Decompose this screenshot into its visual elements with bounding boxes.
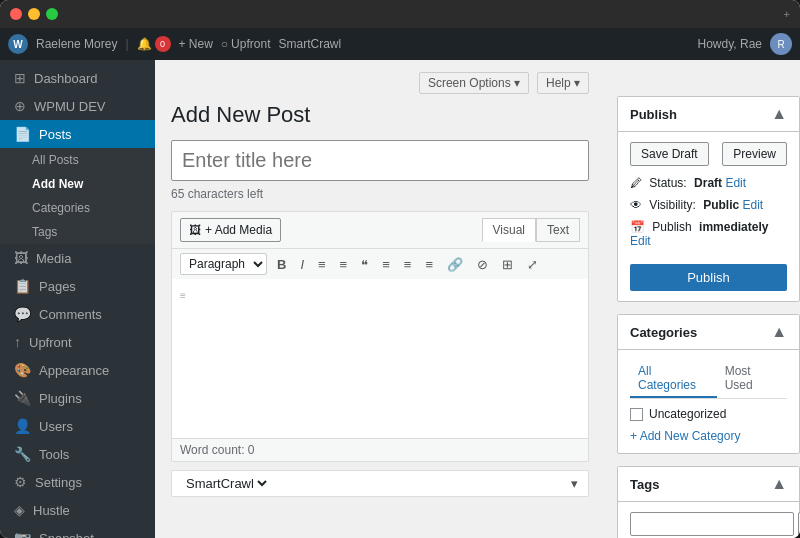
publish-toggle[interactable]: ▲ bbox=[771, 105, 787, 123]
word-count: Word count: 0 bbox=[180, 443, 254, 457]
posts-icon: 📄 bbox=[14, 126, 31, 142]
save-draft-btn[interactable]: Save Draft bbox=[630, 142, 709, 166]
close-button[interactable] bbox=[10, 8, 22, 20]
smartcrawl-bar[interactable]: SmartCrawl ▾ bbox=[171, 470, 589, 497]
minimize-button[interactable] bbox=[28, 8, 40, 20]
pages-icon: 📋 bbox=[14, 278, 31, 294]
fullscreen-btn[interactable]: ⤢ bbox=[523, 255, 542, 274]
tags-input[interactable] bbox=[630, 512, 794, 536]
category-item: Uncategorized bbox=[630, 407, 787, 421]
category-checkbox[interactable] bbox=[630, 408, 643, 421]
submenu-tags[interactable]: Tags bbox=[0, 220, 155, 244]
expand-icon[interactable]: + bbox=[784, 8, 790, 20]
avatar[interactable]: R bbox=[770, 33, 792, 55]
sidebar-item-plugins[interactable]: 🔌 Plugins bbox=[0, 384, 155, 412]
editor-toolbar: 🖼 + Add Media Visual Text bbox=[171, 211, 589, 248]
help-btn[interactable]: Help ▾ bbox=[537, 72, 589, 94]
publish-btn[interactable]: Publish bbox=[630, 264, 787, 291]
sidebar-item-dashboard[interactable]: ⊞ Dashboard bbox=[0, 64, 155, 92]
editor-format-bar: Paragraph Heading 1 Heading 2 B I ≡ ≡ ❝ … bbox=[171, 248, 589, 279]
unordered-list-btn[interactable]: ≡ bbox=[336, 255, 352, 274]
most-used-tab[interactable]: Most Used bbox=[717, 360, 787, 398]
notification-count: 0 bbox=[155, 36, 171, 52]
visual-tab[interactable]: Visual bbox=[482, 218, 536, 242]
sidebar-item-hustle[interactable]: ◈ Hustle bbox=[0, 496, 155, 524]
editor-view-btns: Visual Text bbox=[482, 218, 580, 242]
link-btn[interactable]: 🔗 bbox=[443, 255, 467, 274]
window-controls bbox=[10, 8, 58, 20]
howdy-text: Howdy, Rae bbox=[698, 37, 762, 51]
blockquote-btn[interactable]: ❝ bbox=[357, 255, 372, 274]
content-area: Screen Options ▾ Help ▾ Add New Post 65 … bbox=[155, 60, 605, 538]
titlebar: + bbox=[0, 0, 800, 28]
submenu-add-new[interactable]: Add New bbox=[0, 172, 155, 196]
site-name[interactable]: Raelene Morey bbox=[36, 37, 117, 51]
categories-metabox-header: Categories ▲ bbox=[618, 315, 799, 350]
status-edit-link[interactable]: Edit bbox=[725, 176, 746, 190]
maximize-button[interactable] bbox=[46, 8, 58, 20]
categories-toggle[interactable]: ▲ bbox=[771, 323, 787, 341]
new-btn[interactable]: + New bbox=[179, 37, 213, 51]
smartcrawl-chevron-icon: ▾ bbox=[571, 476, 578, 491]
tags-toggle[interactable]: ▲ bbox=[771, 475, 787, 493]
sidebar-item-upfront[interactable]: ↑ Upfront bbox=[0, 328, 155, 356]
publish-time: 📅 Publish immediately Edit bbox=[630, 220, 787, 248]
sidebar-item-wpmu[interactable]: ⊕ WPMU DEV bbox=[0, 92, 155, 120]
italic-btn[interactable]: I bbox=[296, 255, 308, 274]
unlink-btn[interactable]: ⊘ bbox=[473, 255, 492, 274]
tags-metabox-header: Tags ▲ bbox=[618, 467, 799, 502]
snapshot-icon: 📷 bbox=[14, 530, 31, 538]
dashboard-icon: ⊞ bbox=[14, 70, 26, 86]
category-list: Uncategorized bbox=[630, 407, 787, 421]
admin-bar: W Raelene Morey | 🔔 0 + New ○ Upfront Sm… bbox=[0, 28, 800, 60]
align-left-btn[interactable]: ≡ bbox=[378, 255, 394, 274]
editor-body[interactable]: ≡ bbox=[171, 279, 589, 439]
sidebar-item-appearance[interactable]: 🎨 Appearance bbox=[0, 356, 155, 384]
post-title-input[interactable] bbox=[171, 140, 589, 181]
wordpress-logo[interactable]: W bbox=[8, 34, 28, 54]
smartcrawl-select[interactable]: SmartCrawl bbox=[182, 475, 270, 492]
publish-actions: Save Draft Preview bbox=[630, 142, 787, 166]
sidebar-item-tools[interactable]: 🔧 Tools bbox=[0, 440, 155, 468]
upfront-btn[interactable]: ○ Upfront bbox=[221, 37, 271, 51]
submenu-all-posts[interactable]: All Posts bbox=[0, 148, 155, 172]
screen-options-bar: Screen Options ▾ Help ▾ bbox=[171, 72, 589, 94]
wpmu-icon: ⊕ bbox=[14, 98, 26, 114]
page-title: Add New Post bbox=[171, 102, 589, 128]
upfront-icon: ↑ bbox=[14, 334, 21, 350]
smartcrawl-admin-btn[interactable]: SmartCrawl bbox=[278, 37, 341, 51]
text-tab[interactable]: Text bbox=[536, 218, 580, 242]
format-select[interactable]: Paragraph Heading 1 Heading 2 bbox=[180, 253, 267, 275]
strikethrough-btn[interactable]: ≡ bbox=[314, 255, 330, 274]
submenu-categories[interactable]: Categories bbox=[0, 196, 155, 220]
visibility-edit-link[interactable]: Edit bbox=[743, 198, 764, 212]
publish-status: 🖉 Status: Draft Edit bbox=[630, 176, 787, 190]
sidebar-item-users[interactable]: 👤 Users bbox=[0, 412, 155, 440]
screen-options-btn[interactable]: Screen Options ▾ bbox=[419, 72, 529, 94]
tags-metabox-body: Add Separate tags with commas Choose fro… bbox=[618, 502, 799, 538]
publish-time-edit-link[interactable]: Edit bbox=[630, 234, 651, 248]
add-category-link[interactable]: + Add New Category bbox=[630, 429, 740, 443]
browser-window: + W Raelene Morey | 🔔 0 + New ○ Upfront … bbox=[0, 0, 800, 538]
sidebar-item-media[interactable]: 🖼 Media bbox=[0, 244, 155, 272]
sidebar-item-comments[interactable]: 💬 Comments bbox=[0, 300, 155, 328]
align-center-btn[interactable]: ≡ bbox=[400, 255, 416, 274]
metabox-area: Publish ▲ Save Draft Preview 🖉 Status: D… bbox=[605, 60, 800, 538]
insert-more-btn[interactable]: ⊞ bbox=[498, 255, 517, 274]
sidebar-item-posts[interactable]: 📄 Posts bbox=[0, 120, 155, 148]
preview-btn[interactable]: Preview bbox=[722, 142, 787, 166]
plugins-icon: 🔌 bbox=[14, 390, 31, 406]
appearance-icon: 🎨 bbox=[14, 362, 31, 378]
bold-btn[interactable]: B bbox=[273, 255, 290, 274]
notifications-btn[interactable]: 🔔 0 bbox=[137, 36, 171, 52]
sidebar-item-snapshot[interactable]: 📷 Snapshot bbox=[0, 524, 155, 538]
align-right-btn[interactable]: ≡ bbox=[421, 255, 437, 274]
add-media-btn[interactable]: 🖼 + Add Media bbox=[180, 218, 281, 242]
all-categories-tab[interactable]: All Categories bbox=[630, 360, 717, 398]
publish-visibility: 👁 Visibility: Public Edit bbox=[630, 198, 787, 212]
sidebar-item-settings[interactable]: ⚙ Settings bbox=[0, 468, 155, 496]
publish-metabox-body: Save Draft Preview 🖉 Status: Draft Edit … bbox=[618, 132, 799, 301]
sidebar-item-pages[interactable]: 📋 Pages bbox=[0, 272, 155, 300]
users-icon: 👤 bbox=[14, 418, 31, 434]
hustle-icon: ◈ bbox=[14, 502, 25, 518]
